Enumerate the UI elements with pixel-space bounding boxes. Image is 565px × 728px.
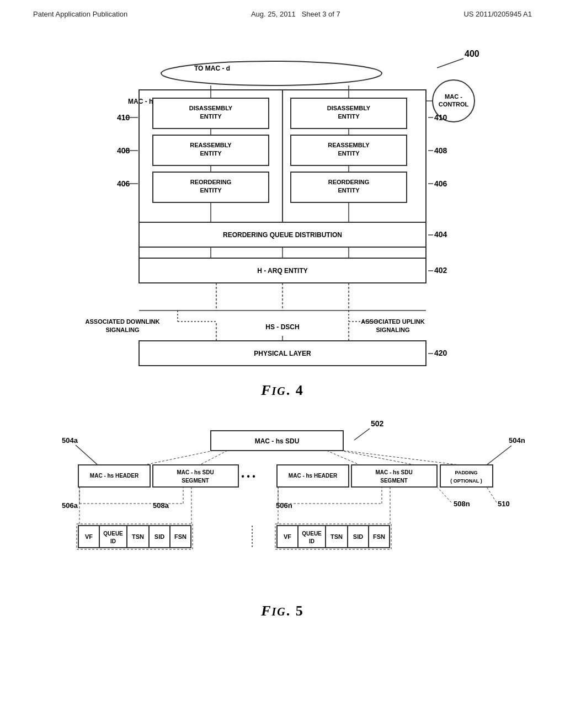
label-504n: 504n bbox=[509, 436, 525, 445]
sid-n-label: SID bbox=[353, 533, 363, 540]
padding-box bbox=[440, 465, 493, 487]
fig4-content: 400 TO MAC - d MAC - hs MAC - CONTROL 41… bbox=[0, 24, 565, 630]
svg-line-35 bbox=[76, 445, 98, 465]
label-510: 510 bbox=[498, 500, 510, 508]
fsn-a-label: FSN bbox=[174, 533, 186, 540]
reassembly-entity-left-label1: REASSEMBLY bbox=[190, 142, 232, 148]
sid-a-label: SID bbox=[154, 533, 164, 540]
mac-hs-sdu-segment-a-label1: MAC - hs SDU bbox=[177, 469, 214, 475]
queue-id-a-label1: QUEUE bbox=[103, 531, 123, 537]
svg-line-49 bbox=[487, 487, 497, 502]
label-504a: 504a bbox=[62, 436, 78, 445]
reordering-entity-left-label2: ENTITY bbox=[200, 187, 222, 194]
padding-label1: PADDING bbox=[455, 470, 478, 475]
reordering-entity-left-label1: REORDERING bbox=[190, 179, 232, 185]
label-408-right: 408 bbox=[434, 146, 447, 155]
hs-dsch-label: HS - DSCH bbox=[265, 323, 299, 331]
assoc-uplink-label1: ASSOCIATED UPLINK bbox=[361, 318, 424, 325]
label-406-right: 406 bbox=[434, 179, 447, 188]
fig5-svg: 502 MAC - hs SDU 504a 504n MAC - hs HEAD… bbox=[45, 415, 542, 597]
reordering-entity-right-label1: REORDERING bbox=[328, 179, 370, 185]
tsn-a-label: TSN bbox=[132, 533, 144, 540]
queue-id-n-box bbox=[298, 526, 326, 548]
patent-header: Patent Application Publication Aug. 25, … bbox=[0, 0, 565, 24]
assoc-downlink-label2: SIGNALING bbox=[105, 326, 139, 333]
mac-hs-sdu-segment-n-label2: SEGMENT bbox=[380, 478, 407, 484]
fig5-label: FIG. 5 bbox=[33, 603, 532, 619]
mac-control-label2: CONTROL bbox=[439, 101, 469, 108]
fsn-n-label: FSN bbox=[373, 533, 385, 540]
reassembly-entity-right-label1: REASSEMBLY bbox=[328, 142, 370, 148]
mac-hs-sdu-segment-a-label2: SEGMENT bbox=[182, 478, 209, 484]
reassembly-entity-left-label2: ENTITY bbox=[200, 150, 222, 157]
physical-layer-label: PHYSICAL LAYER bbox=[254, 350, 311, 357]
label-404: 404 bbox=[434, 230, 447, 239]
header-center: Aug. 25, 2011 Sheet 3 of 7 bbox=[251, 10, 340, 18]
fig5-diagram: 502 MAC - hs SDU 504a 504n MAC - hs HEAD… bbox=[45, 415, 520, 597]
svg-line-36 bbox=[487, 446, 511, 465]
svg-line-48 bbox=[437, 487, 451, 502]
vf-a-label: VF bbox=[85, 533, 93, 540]
svg-line-39 bbox=[327, 451, 360, 465]
label-508a: 508a bbox=[153, 501, 169, 510]
mac-hs-sdu-segment-n-box bbox=[351, 465, 437, 487]
label-410-right: 410 bbox=[434, 113, 447, 122]
disassembly-entity-left-label1: DISASSEMBLY bbox=[189, 105, 233, 111]
mac-hs-sdu-segment-n-label1: MAC - hs SDU bbox=[375, 469, 412, 475]
queue-id-n-label2: ID bbox=[309, 538, 315, 544]
label-502: 502 bbox=[371, 419, 384, 428]
harq-entity-label: H - ARQ ENTITY bbox=[257, 267, 308, 275]
header-left: Patent Application Publication bbox=[33, 10, 127, 18]
disassembly-entity-left-label2: ENTITY bbox=[200, 113, 222, 120]
to-mac-d-label: TO MAC - d bbox=[194, 65, 230, 72]
label-420: 420 bbox=[434, 349, 447, 357]
mac-hs-header-n-label: MAC - hs HEADER bbox=[289, 473, 338, 479]
label-402: 402 bbox=[434, 266, 447, 275]
assoc-uplink-label2: SIGNALING bbox=[376, 326, 409, 333]
queue-id-a-box bbox=[99, 526, 127, 548]
label-508n: 508n bbox=[454, 500, 470, 508]
dots: • • • bbox=[241, 472, 255, 481]
fig4-label: FIG. 4 bbox=[33, 382, 532, 399]
reordering-entity-right-label2: ENTITY bbox=[338, 187, 360, 194]
svg-line-0 bbox=[437, 58, 463, 68]
tsn-n-label: TSN bbox=[331, 533, 343, 540]
mac-hs-sdu-segment-a-box bbox=[153, 465, 238, 487]
mac-hs-header-a-label: MAC - hs HEADER bbox=[90, 473, 139, 479]
fig4-diagram: 400 TO MAC - d MAC - hs MAC - CONTROL 41… bbox=[67, 40, 498, 377]
svg-line-34 bbox=[354, 429, 370, 440]
reordering-queue-label: REORDERING QUEUE DISTRIBUTION bbox=[223, 231, 342, 239]
svg-line-41 bbox=[343, 451, 459, 465]
mac-control-label: MAC - bbox=[445, 93, 462, 100]
queue-id-n-label1: QUEUE bbox=[302, 531, 322, 537]
assoc-downlink-label1: ASSOCIATED DOWNLINK bbox=[86, 318, 160, 325]
disassembly-entity-right-label1: DISASSEMBLY bbox=[327, 105, 371, 111]
label-400: 400 bbox=[465, 49, 479, 58]
vf-n-label: VF bbox=[284, 533, 291, 540]
mac-hs-sdu-label: MAC - hs SDU bbox=[255, 437, 300, 445]
header-right: US 2011/0205945 A1 bbox=[463, 10, 532, 18]
padding-label2: ( OPTIONAL ) bbox=[450, 478, 482, 484]
queue-id-a-label2: ID bbox=[110, 538, 116, 544]
reassembly-entity-right-label2: ENTITY bbox=[338, 150, 360, 157]
label-506a: 506a bbox=[62, 501, 78, 510]
fig4-svg: 400 TO MAC - d MAC - hs MAC - CONTROL 41… bbox=[67, 40, 498, 377]
svg-line-37 bbox=[145, 451, 214, 465]
svg-line-40 bbox=[340, 451, 415, 465]
disassembly-entity-right-label2: ENTITY bbox=[338, 113, 360, 120]
